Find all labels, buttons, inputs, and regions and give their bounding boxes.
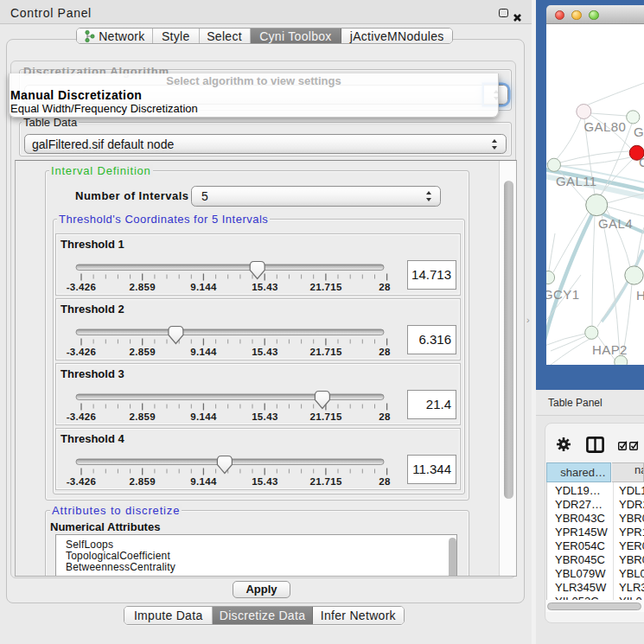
svg-text:28: 28 — [379, 347, 391, 357]
svg-text:C: C — [639, 155, 644, 169]
svg-text:GAL11: GAL11 — [556, 174, 597, 188]
svg-text:28: 28 — [379, 411, 391, 422]
svg-text:-3.426: -3.426 — [67, 347, 97, 357]
svg-text:GAL4: GAL4 — [598, 216, 633, 231]
svg-text:-3.426: -3.426 — [67, 282, 97, 292]
svg-text:9.144: 9.144 — [190, 282, 217, 292]
svg-text:GAL80: GAL80 — [584, 119, 627, 134]
svg-text:2.859: 2.859 — [130, 411, 156, 422]
svg-text:15.43: 15.43 — [252, 411, 278, 422]
svg-text:2.859: 2.859 — [130, 282, 156, 292]
svg-text:2.859: 2.859 — [130, 476, 156, 487]
svg-text:21.715: 21.715 — [310, 347, 343, 357]
svg-text:2.859: 2.859 — [130, 347, 156, 357]
svg-text:15.43: 15.43 — [252, 476, 278, 487]
svg-text:15.43: 15.43 — [252, 282, 278, 292]
svg-text:28: 28 — [379, 282, 391, 292]
svg-text:-3.426: -3.426 — [67, 411, 97, 422]
svg-text:9.144: 9.144 — [190, 411, 217, 422]
svg-text:15.43: 15.43 — [252, 347, 278, 357]
svg-text:28: 28 — [379, 476, 391, 487]
svg-text:-3.426: -3.426 — [67, 476, 97, 487]
svg-text:GCY1: GCY1 — [546, 287, 579, 302]
svg-text:GA: GA — [634, 124, 644, 139]
svg-text:21.715: 21.715 — [310, 476, 343, 487]
svg-text:9.144: 9.144 — [190, 347, 217, 357]
svg-text:HAP2: HAP2 — [592, 342, 628, 357]
svg-text:H: H — [636, 288, 644, 303]
svg-text:21.715: 21.715 — [310, 282, 343, 292]
svg-text:9.144: 9.144 — [190, 476, 217, 487]
svg-text:21.715: 21.715 — [310, 411, 343, 422]
